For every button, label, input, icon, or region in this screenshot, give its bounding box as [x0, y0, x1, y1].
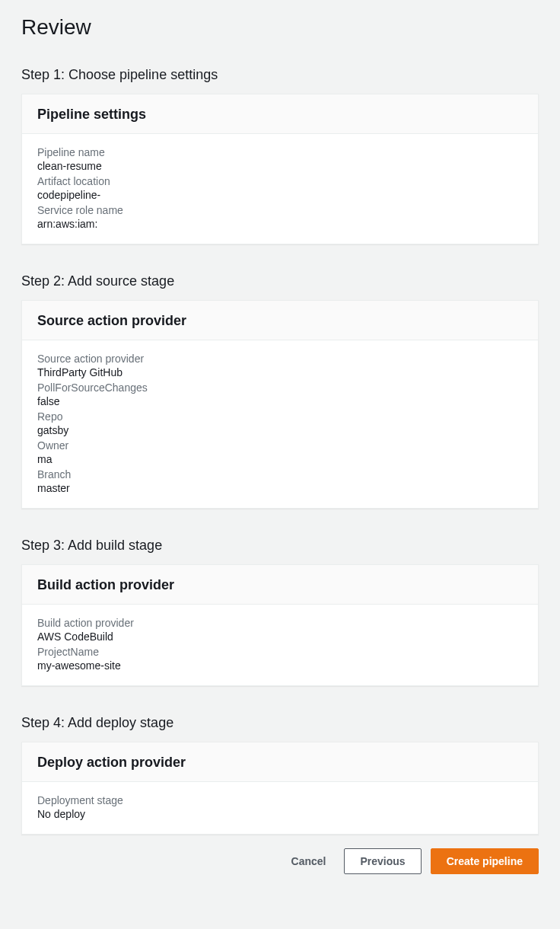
- card-body: Pipeline name clean-resume Artifact loca…: [22, 134, 538, 244]
- repo-value: gatsby: [37, 424, 523, 436]
- card-title: Build action provider: [37, 577, 523, 593]
- card-header: Build action provider: [22, 565, 538, 605]
- step-4-title: Step 4: Add deploy stage: [21, 715, 539, 731]
- card-header: Pipeline settings: [22, 94, 538, 134]
- poll-changes-label: PollForSourceChanges: [37, 381, 523, 394]
- step-1-title: Step 1: Choose pipeline settings: [21, 67, 539, 83]
- build-provider-label: Build action provider: [37, 617, 523, 629]
- step-3-title: Step 3: Add build stage: [21, 538, 539, 554]
- card-body: Build action provider AWS CodeBuild Proj…: [22, 605, 538, 685]
- branch-value: master: [37, 482, 523, 494]
- owner-value: ma: [37, 453, 523, 465]
- card-body: Deployment stage No deploy: [22, 782, 538, 834]
- previous-button[interactable]: Previous: [344, 848, 421, 874]
- card-header: Deploy action provider: [22, 742, 538, 782]
- button-row: Cancel Previous Create pipeline: [21, 848, 539, 874]
- card-title: Source action provider: [37, 313, 523, 329]
- pipeline-name-value: clean-resume: [37, 160, 523, 172]
- card-title: Deploy action provider: [37, 755, 523, 771]
- deploy-action-card: Deploy action provider Deployment stage …: [21, 742, 539, 835]
- owner-label: Owner: [37, 439, 523, 452]
- artifact-location-value: codepipeline-: [37, 189, 523, 201]
- deployment-stage-label: Deployment stage: [37, 794, 523, 806]
- card-title: Pipeline settings: [37, 107, 523, 123]
- pipeline-settings-card: Pipeline settings Pipeline name clean-re…: [21, 94, 539, 244]
- card-header: Source action provider: [22, 301, 538, 340]
- deployment-stage-value: No deploy: [37, 808, 523, 820]
- service-role-label: Service role name: [37, 204, 523, 216]
- poll-changes-value: false: [37, 395, 523, 407]
- branch-label: Branch: [37, 468, 523, 480]
- project-name-label: ProjectName: [37, 646, 523, 658]
- card-body: Source action provider ThirdParty GitHub…: [22, 340, 538, 508]
- source-action-card: Source action provider Source action pro…: [21, 300, 539, 509]
- page-title: Review: [21, 15, 539, 40]
- repo-label: Repo: [37, 410, 523, 423]
- step-2-title: Step 2: Add source stage: [21, 273, 539, 289]
- cancel-button[interactable]: Cancel: [282, 849, 336, 873]
- build-action-card: Build action provider Build action provi…: [21, 564, 539, 686]
- build-provider-value: AWS CodeBuild: [37, 631, 523, 643]
- source-provider-value: ThirdParty GitHub: [37, 366, 523, 378]
- artifact-location-label: Artifact location: [37, 175, 523, 187]
- source-provider-label: Source action provider: [37, 353, 523, 365]
- project-name-value: my-awesome-site: [37, 659, 523, 672]
- create-pipeline-button[interactable]: Create pipeline: [431, 848, 539, 874]
- service-role-value: arn:aws:iam:: [37, 218, 523, 230]
- pipeline-name-label: Pipeline name: [37, 146, 523, 158]
